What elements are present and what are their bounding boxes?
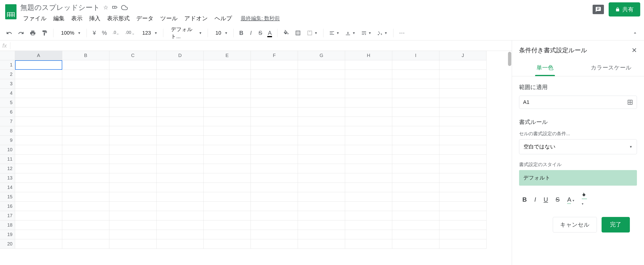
close-icon[interactable]: ✕ (632, 46, 637, 54)
cell[interactable] (110, 155, 156, 164)
cell[interactable] (15, 155, 62, 164)
cell[interactable] (204, 79, 251, 89)
cell[interactable] (345, 221, 392, 230)
cell[interactable] (392, 230, 440, 239)
cell[interactable] (204, 192, 251, 202)
cell[interactable] (204, 60, 251, 70)
cell[interactable] (156, 239, 204, 249)
cell[interactable] (392, 107, 440, 117)
print-button[interactable] (27, 28, 38, 38)
cell[interactable] (156, 164, 204, 173)
cell[interactable] (204, 126, 251, 136)
comments-button[interactable] (592, 5, 604, 14)
row-header[interactable]: 9 (0, 136, 15, 145)
column-header[interactable]: J (440, 51, 486, 60)
cell[interactable] (298, 79, 345, 89)
style-preview[interactable]: デフォルト (519, 170, 637, 186)
select-all-corner[interactable] (0, 51, 15, 60)
cell[interactable] (156, 173, 204, 183)
cell[interactable] (298, 183, 345, 192)
cell[interactable] (251, 164, 298, 173)
column-header[interactable]: D (156, 51, 204, 60)
cell[interactable] (251, 145, 298, 155)
cell[interactable] (392, 136, 440, 145)
row-header[interactable]: 1 (0, 60, 15, 70)
cell[interactable] (62, 117, 110, 126)
cell[interactable] (15, 117, 62, 126)
row-header[interactable]: 11 (0, 155, 15, 164)
cell[interactable] (156, 89, 204, 98)
cell[interactable] (251, 107, 298, 117)
cell[interactable] (298, 202, 345, 211)
done-button[interactable]: 完了 (602, 217, 630, 233)
cell[interactable] (251, 202, 298, 211)
cell[interactable] (251, 60, 298, 70)
cell[interactable] (440, 211, 486, 221)
cell[interactable] (251, 117, 298, 126)
cell[interactable] (440, 202, 486, 211)
range-input[interactable] (523, 99, 627, 105)
cell[interactable] (298, 117, 345, 126)
cell[interactable] (156, 98, 204, 107)
cell[interactable] (440, 70, 486, 79)
cell[interactable] (298, 145, 345, 155)
bold-button[interactable]: B (237, 28, 246, 38)
cell[interactable] (298, 221, 345, 230)
percent-button[interactable]: % (100, 28, 109, 38)
cell[interactable] (251, 79, 298, 89)
cell[interactable] (62, 126, 110, 136)
cell[interactable] (156, 211, 204, 221)
cell[interactable] (392, 60, 440, 70)
cell[interactable] (298, 155, 345, 164)
cell[interactable] (298, 60, 345, 70)
vertical-scrollbar[interactable] (508, 52, 511, 66)
cell[interactable] (15, 107, 62, 117)
row-header[interactable]: 19 (0, 230, 15, 239)
fill-color-button[interactable] (281, 28, 292, 38)
vertical-align-button[interactable]: ▼ (343, 29, 358, 37)
cell[interactable] (110, 183, 156, 192)
cell[interactable] (392, 98, 440, 107)
cell[interactable] (251, 183, 298, 192)
cell[interactable] (15, 79, 62, 89)
cell[interactable] (62, 183, 110, 192)
cell[interactable] (204, 107, 251, 117)
cell[interactable] (298, 70, 345, 79)
font-dropdown[interactable]: デフォルト...▼ (167, 24, 204, 41)
cell[interactable] (251, 221, 298, 230)
cell[interactable] (15, 221, 62, 230)
menu-insert[interactable]: 挿入 (86, 14, 103, 23)
menu-addons[interactable]: アドオン (182, 14, 211, 23)
cell[interactable] (110, 230, 156, 239)
cell[interactable] (392, 221, 440, 230)
cell[interactable] (156, 202, 204, 211)
format-text-color-button[interactable]: A ▾ (566, 195, 576, 204)
cell[interactable] (345, 202, 392, 211)
cell[interactable] (110, 70, 156, 79)
cell[interactable] (15, 145, 62, 155)
column-header[interactable]: I (392, 51, 440, 60)
cell[interactable] (62, 221, 110, 230)
cell[interactable] (204, 202, 251, 211)
cell[interactable] (298, 107, 345, 117)
cell[interactable] (15, 98, 62, 107)
cell[interactable] (110, 136, 156, 145)
cell[interactable] (15, 239, 62, 249)
cell[interactable] (251, 126, 298, 136)
cell[interactable] (156, 192, 204, 202)
cell[interactable] (156, 79, 204, 89)
cell[interactable] (345, 60, 392, 70)
column-header[interactable]: F (251, 51, 298, 60)
cell[interactable] (392, 192, 440, 202)
cell[interactable] (110, 60, 156, 70)
cell[interactable] (345, 126, 392, 136)
row-header[interactable]: 17 (0, 211, 15, 221)
more-toolbar-button[interactable]: ⋯ (397, 28, 407, 38)
cell[interactable] (62, 192, 110, 202)
cell[interactable] (204, 155, 251, 164)
cell[interactable] (345, 164, 392, 173)
cell[interactable] (345, 136, 392, 145)
zoom-dropdown[interactable]: 100%▼ (57, 28, 83, 37)
cell[interactable] (62, 202, 110, 211)
column-header[interactable]: E (204, 51, 251, 60)
